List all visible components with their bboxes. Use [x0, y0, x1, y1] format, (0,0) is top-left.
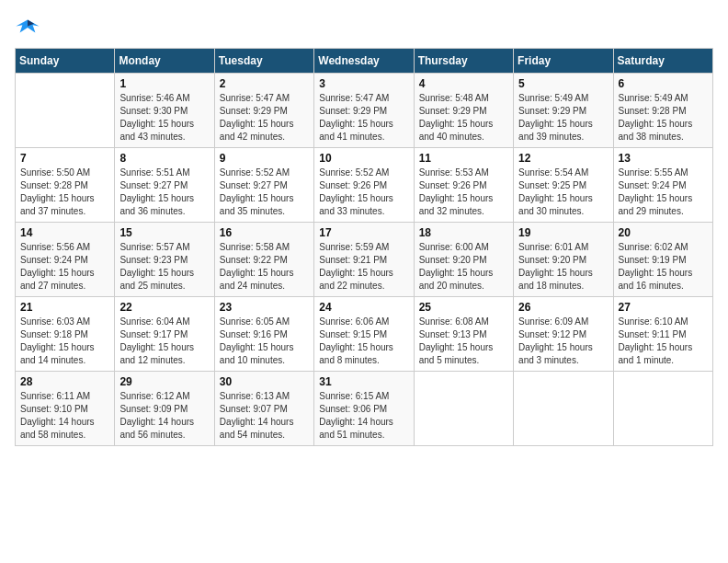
- calendar-cell: 17Sunrise: 5:59 AM Sunset: 9:21 PM Dayli…: [314, 223, 414, 297]
- calendar-cell: 31Sunrise: 6:15 AM Sunset: 9:06 PM Dayli…: [314, 372, 414, 446]
- day-info: Sunrise: 6:04 AM Sunset: 9:17 PM Dayligh…: [119, 316, 209, 367]
- day-number: 13: [619, 152, 708, 165]
- calendar-cell: 1Sunrise: 5:46 AM Sunset: 9:30 PM Daylig…: [115, 74, 214, 148]
- calendar-cell: 18Sunrise: 6:00 AM Sunset: 9:20 PM Dayli…: [414, 223, 513, 297]
- calendar-week-4: 21Sunrise: 6:03 AM Sunset: 9:18 PM Dayli…: [16, 297, 713, 372]
- day-number: 12: [518, 152, 608, 165]
- day-number: 3: [319, 77, 408, 90]
- calendar-cell: 8Sunrise: 5:51 AM Sunset: 9:27 PM Daylig…: [115, 148, 214, 223]
- calendar-cell: 23Sunrise: 6:05 AM Sunset: 9:16 PM Dayli…: [214, 297, 313, 372]
- day-number: 30: [220, 375, 309, 388]
- day-info: Sunrise: 5:53 AM Sunset: 9:26 PM Dayligh…: [419, 167, 508, 218]
- day-info: Sunrise: 5:59 AM Sunset: 9:21 PM Dayligh…: [319, 241, 408, 293]
- day-info: Sunrise: 5:48 AM Sunset: 9:29 PM Dayligh…: [419, 92, 508, 144]
- calendar-cell: 25Sunrise: 6:08 AM Sunset: 9:13 PM Dayli…: [414, 297, 513, 372]
- weekday-header-tuesday: Tuesday: [214, 49, 313, 74]
- calendar-cell: 29Sunrise: 6:12 AM Sunset: 9:09 PM Dayli…: [115, 372, 214, 446]
- day-number: 26: [518, 301, 608, 314]
- calendar-cell: 14Sunrise: 5:56 AM Sunset: 9:24 PM Dayli…: [16, 223, 115, 297]
- calendar-cell: 7Sunrise: 5:50 AM Sunset: 9:28 PM Daylig…: [16, 148, 115, 223]
- calendar-cell: [414, 372, 513, 446]
- day-number: 4: [419, 77, 508, 90]
- day-number: 16: [220, 226, 309, 239]
- day-number: 21: [20, 301, 109, 314]
- day-info: Sunrise: 5:57 AM Sunset: 9:23 PM Dayligh…: [119, 241, 209, 293]
- page-header: [15, 15, 713, 40]
- day-info: Sunrise: 6:12 AM Sunset: 9:09 PM Dayligh…: [119, 390, 209, 442]
- calendar-cell: 2Sunrise: 5:47 AM Sunset: 9:29 PM Daylig…: [214, 74, 313, 148]
- day-info: Sunrise: 6:05 AM Sunset: 9:16 PM Dayligh…: [220, 316, 309, 367]
- day-number: 1: [119, 77, 209, 90]
- calendar-table: SundayMondayTuesdayWednesdayThursdayFrid…: [15, 48, 713, 446]
- day-info: Sunrise: 5:49 AM Sunset: 9:28 PM Dayligh…: [619, 92, 708, 144]
- day-number: 11: [419, 152, 508, 165]
- calendar-week-1: 1Sunrise: 5:46 AM Sunset: 9:30 PM Daylig…: [16, 74, 713, 148]
- day-number: 23: [220, 301, 309, 314]
- weekday-header-wednesday: Wednesday: [314, 49, 414, 74]
- calendar-cell: 19Sunrise: 6:01 AM Sunset: 9:20 PM Dayli…: [514, 223, 613, 297]
- day-number: 18: [419, 226, 508, 239]
- calendar-week-2: 7Sunrise: 5:50 AM Sunset: 9:28 PM Daylig…: [16, 148, 713, 223]
- calendar-cell: [16, 74, 115, 148]
- calendar-cell: 3Sunrise: 5:47 AM Sunset: 9:29 PM Daylig…: [314, 74, 414, 148]
- day-number: 19: [518, 226, 608, 239]
- day-number: 15: [119, 226, 209, 239]
- day-info: Sunrise: 5:55 AM Sunset: 9:24 PM Dayligh…: [619, 167, 708, 218]
- calendar-cell: 30Sunrise: 6:13 AM Sunset: 9:07 PM Dayli…: [214, 372, 313, 446]
- calendar-cell: 5Sunrise: 5:49 AM Sunset: 9:29 PM Daylig…: [514, 74, 613, 148]
- day-info: Sunrise: 5:51 AM Sunset: 9:27 PM Dayligh…: [119, 167, 209, 218]
- calendar-cell: 22Sunrise: 6:04 AM Sunset: 9:17 PM Dayli…: [115, 297, 214, 372]
- calendar-cell: 20Sunrise: 6:02 AM Sunset: 9:19 PM Dayli…: [613, 223, 712, 297]
- logo-bird-icon: [15, 15, 40, 40]
- calendar-cell: 15Sunrise: 5:57 AM Sunset: 9:23 PM Dayli…: [115, 223, 214, 297]
- day-number: 6: [619, 77, 708, 90]
- day-info: Sunrise: 5:49 AM Sunset: 9:29 PM Dayligh…: [518, 92, 608, 144]
- day-info: Sunrise: 5:52 AM Sunset: 9:27 PM Dayligh…: [220, 167, 309, 218]
- day-info: Sunrise: 6:02 AM Sunset: 9:19 PM Dayligh…: [619, 241, 708, 293]
- day-info: Sunrise: 5:50 AM Sunset: 9:28 PM Dayligh…: [20, 167, 109, 218]
- day-info: Sunrise: 5:58 AM Sunset: 9:22 PM Dayligh…: [220, 241, 309, 293]
- calendar-cell: 9Sunrise: 5:52 AM Sunset: 9:27 PM Daylig…: [214, 148, 313, 223]
- calendar-cell: 12Sunrise: 5:54 AM Sunset: 9:25 PM Dayli…: [514, 148, 613, 223]
- day-info: Sunrise: 5:47 AM Sunset: 9:29 PM Dayligh…: [220, 92, 309, 144]
- day-info: Sunrise: 6:03 AM Sunset: 9:18 PM Dayligh…: [20, 316, 109, 367]
- calendar-cell: 13Sunrise: 5:55 AM Sunset: 9:24 PM Dayli…: [613, 148, 712, 223]
- day-number: 22: [119, 301, 209, 314]
- calendar-cell: 16Sunrise: 5:58 AM Sunset: 9:22 PM Dayli…: [214, 223, 313, 297]
- calendar-cell: 6Sunrise: 5:49 AM Sunset: 9:28 PM Daylig…: [613, 74, 712, 148]
- day-number: 28: [20, 375, 109, 388]
- calendar-cell: 21Sunrise: 6:03 AM Sunset: 9:18 PM Dayli…: [16, 297, 115, 372]
- day-info: Sunrise: 6:10 AM Sunset: 9:11 PM Dayligh…: [619, 316, 708, 367]
- weekday-header-thursday: Thursday: [414, 49, 513, 74]
- calendar-cell: 4Sunrise: 5:48 AM Sunset: 9:29 PM Daylig…: [414, 74, 513, 148]
- day-info: Sunrise: 6:11 AM Sunset: 9:10 PM Dayligh…: [20, 390, 109, 442]
- day-number: 5: [518, 77, 608, 90]
- calendar-week-5: 28Sunrise: 6:11 AM Sunset: 9:10 PM Dayli…: [16, 372, 713, 446]
- calendar-week-3: 14Sunrise: 5:56 AM Sunset: 9:24 PM Dayli…: [16, 223, 713, 297]
- day-info: Sunrise: 6:15 AM Sunset: 9:06 PM Dayligh…: [319, 390, 408, 442]
- logo: [15, 15, 44, 40]
- day-number: 7: [20, 152, 109, 165]
- calendar-cell: 27Sunrise: 6:10 AM Sunset: 9:11 PM Dayli…: [613, 297, 712, 372]
- calendar-cell: 28Sunrise: 6:11 AM Sunset: 9:10 PM Dayli…: [16, 372, 115, 446]
- day-number: 29: [119, 375, 209, 388]
- day-number: 14: [20, 226, 109, 239]
- day-info: Sunrise: 5:54 AM Sunset: 9:25 PM Dayligh…: [518, 167, 608, 218]
- day-number: 10: [319, 152, 408, 165]
- calendar-cell: [613, 372, 712, 446]
- day-number: 8: [119, 152, 209, 165]
- day-number: 31: [319, 375, 408, 388]
- weekday-header-monday: Monday: [115, 49, 214, 74]
- day-info: Sunrise: 5:47 AM Sunset: 9:29 PM Dayligh…: [319, 92, 408, 144]
- day-number: 9: [220, 152, 309, 165]
- day-number: 2: [220, 77, 309, 90]
- calendar-cell: [514, 372, 613, 446]
- day-info: Sunrise: 5:46 AM Sunset: 9:30 PM Dayligh…: [119, 92, 209, 144]
- calendar-body: 1Sunrise: 5:46 AM Sunset: 9:30 PM Daylig…: [16, 74, 713, 446]
- weekday-header-friday: Friday: [514, 49, 613, 74]
- calendar-cell: 26Sunrise: 6:09 AM Sunset: 9:12 PM Dayli…: [514, 297, 613, 372]
- day-number: 24: [319, 301, 408, 314]
- day-number: 27: [619, 301, 708, 314]
- day-info: Sunrise: 6:00 AM Sunset: 9:20 PM Dayligh…: [419, 241, 508, 293]
- calendar-cell: 24Sunrise: 6:06 AM Sunset: 9:15 PM Dayli…: [314, 297, 414, 372]
